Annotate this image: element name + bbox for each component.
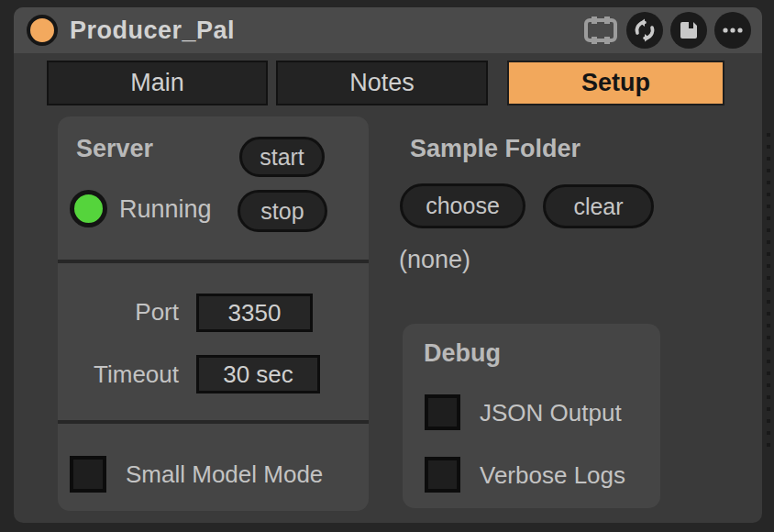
sync-icon <box>633 18 657 42</box>
save-button[interactable] <box>670 12 707 49</box>
server-start-button[interactable]: start <box>239 137 325 177</box>
sample-folder-path: (none) <box>399 246 470 274</box>
hardware-device-icon <box>582 15 619 46</box>
small-model-mode-label: Small Model Mode <box>126 460 323 489</box>
server-status-led <box>70 190 107 227</box>
more-button[interactable] <box>714 12 751 49</box>
device-edge-dots <box>767 133 770 449</box>
debug-panel: Debug JSON Output Verbose Logs <box>403 324 660 508</box>
tab-notes[interactable]: Notes <box>276 61 488 105</box>
save-icon <box>678 19 700 41</box>
verbose-logs-checkbox[interactable] <box>425 457 460 493</box>
device-title: Producer_Pal <box>70 17 235 45</box>
device-activator-led[interactable] <box>27 15 58 46</box>
server-stop-button[interactable]: stop <box>238 190 327 232</box>
verbose-logs-label: Verbose Logs <box>480 461 625 490</box>
sample-folder-choose-button[interactable]: choose <box>400 183 525 228</box>
titlebar: Producer_Pal <box>14 7 762 53</box>
sample-folder-clear-button[interactable]: clear <box>543 184 654 228</box>
divider <box>58 260 369 263</box>
small-model-mode-checkbox[interactable] <box>70 456 106 493</box>
divider <box>58 420 369 424</box>
port-field[interactable]: 3350 <box>196 294 313 332</box>
tab-main[interactable]: Main <box>47 61 268 105</box>
debug-heading: Debug <box>424 339 501 368</box>
server-status-label: Running <box>119 195 212 224</box>
json-output-label: JSON Output <box>480 399 622 427</box>
sample-folder-heading: Sample Folder <box>410 135 580 163</box>
timeout-field[interactable]: 30 sec <box>196 355 320 393</box>
tab-setup[interactable]: Setup <box>507 61 724 105</box>
json-output-checkbox[interactable] <box>425 394 460 430</box>
server-panel: Server start Running stop Port 3350 Time… <box>58 116 369 511</box>
server-heading: Server <box>76 135 153 163</box>
sync-button[interactable] <box>626 12 663 49</box>
more-icon <box>721 18 745 42</box>
timeout-label: Timeout <box>58 360 179 389</box>
port-label: Port <box>58 298 179 327</box>
titlebar-icons <box>582 12 751 49</box>
